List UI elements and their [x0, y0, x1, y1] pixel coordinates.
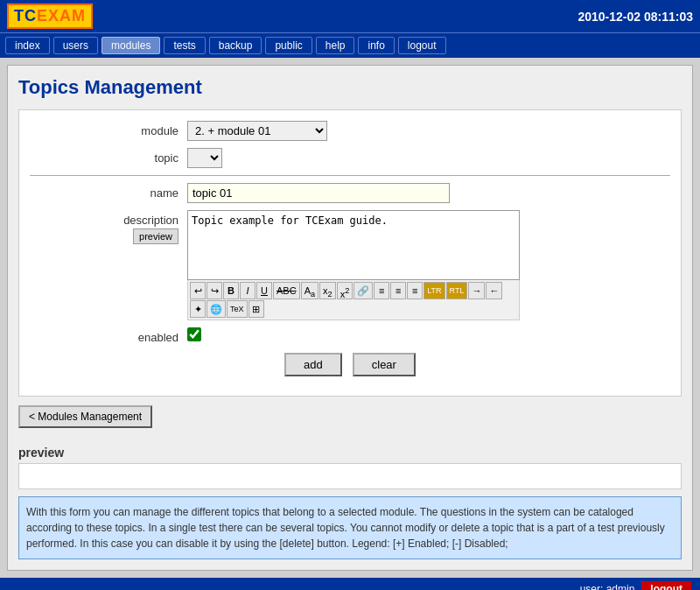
module-select[interactable]: 2. + module 01 — [187, 121, 327, 141]
toolbar-rtl[interactable]: RTL — [446, 282, 468, 299]
name-row: name — [30, 183, 670, 203]
toolbar-bold[interactable]: B — [223, 282, 239, 299]
preview-section: preview — [18, 446, 682, 489]
toolbar-tex[interactable]: TeX — [227, 300, 248, 318]
toolbar-special[interactable]: ✦ — [190, 300, 206, 318]
nav-bar: index users modules tests backup public … — [0, 32, 700, 58]
toolbar-subscript[interactable]: x2 — [319, 282, 336, 299]
toolbar-emoji[interactable]: 🌐 — [206, 300, 226, 318]
topic-control — [187, 148, 670, 168]
description-label-container: description preview — [30, 210, 187, 244]
page-title: Topics Management — [18, 76, 682, 99]
description-control: Topic example for TCExam guide. ↩ ↪ B I … — [187, 210, 670, 320]
topic-select[interactable] — [187, 148, 222, 168]
nav-users[interactable]: users — [53, 37, 98, 54]
nav-backup[interactable]: backup — [209, 37, 262, 54]
description-textarea[interactable]: Topic example for TCExam guide. — [187, 210, 520, 280]
enabled-checkbox[interactable] — [187, 327, 201, 341]
description-label: description — [30, 214, 178, 227]
description-row: description preview Topic example for TC… — [30, 210, 670, 320]
toolbar-fontsize[interactable]: Aa — [301, 282, 318, 299]
nav-index[interactable]: index — [5, 37, 50, 54]
info-box: With this form you can manage the differ… — [18, 496, 682, 559]
module-row: module 2. + module 01 — [30, 121, 670, 141]
name-control — [187, 183, 670, 203]
name-input[interactable] — [187, 183, 450, 203]
toolbar-ltr[interactable]: LTR — [424, 282, 444, 299]
toolbar-underline[interactable]: U — [256, 282, 272, 299]
nav-public[interactable]: public — [265, 37, 312, 54]
module-control: 2. + module 01 — [187, 121, 670, 141]
form-section: module 2. + module 01 topic name — [18, 109, 682, 397]
toolbar-strikethrough[interactable]: ABC — [273, 282, 300, 299]
form-divider — [30, 175, 670, 176]
module-label: module — [30, 121, 187, 137]
toolbar-table[interactable]: ⊞ — [248, 300, 264, 318]
nav-help[interactable]: help — [316, 37, 355, 54]
footer-user: user: admin — [580, 583, 635, 590]
action-buttons: add clear — [30, 353, 670, 376]
toolbar-ol[interactable]: ≡ — [374, 282, 389, 299]
nav-modules[interactable]: modules — [102, 37, 160, 54]
enabled-label: enabled — [30, 327, 187, 344]
toolbar-superscript[interactable]: x2 — [337, 282, 354, 299]
logo-exam: EXAM — [37, 7, 86, 25]
logo-tc: TC — [14, 7, 37, 25]
preview-box — [18, 463, 682, 489]
topic-row: topic — [30, 148, 670, 168]
toolbar-undo[interactable]: ↩ — [190, 282, 206, 299]
nav-logout[interactable]: logout — [398, 37, 446, 54]
add-button[interactable]: add — [284, 353, 342, 376]
editor-toolbar: ↩ ↪ B I U ABC Aa x2 x2 🔗 ≡ ≡ ≡ LTR RTL → — [187, 280, 520, 320]
toolbar-italic[interactable]: I — [240, 282, 256, 299]
toolbar-ul[interactable]: ≡ — [390, 282, 406, 299]
toolbar-indent-left[interactable]: ← — [486, 282, 502, 299]
toolbar-indent[interactable]: ≡ — [407, 282, 423, 299]
nav-tests[interactable]: tests — [164, 37, 205, 54]
toolbar-link[interactable]: 🔗 — [354, 282, 373, 299]
preview-title: preview — [18, 446, 682, 460]
topic-label: topic — [30, 148, 187, 165]
footer-logout-button[interactable]: logout — [641, 581, 691, 590]
name-label: name — [30, 183, 187, 200]
back-button[interactable]: < Modules Management — [18, 405, 152, 428]
header-datetime: 2010-12-02 08:11:03 — [578, 10, 693, 24]
toolbar-redo[interactable]: ↪ — [206, 282, 222, 299]
toolbar-indent-right[interactable]: → — [468, 282, 485, 299]
logo: TCEXAM — [7, 4, 93, 29]
nav-info[interactable]: info — [358, 37, 394, 54]
enabled-control — [187, 327, 670, 344]
enabled-row: enabled — [30, 327, 670, 344]
main-content: Topics Management module 2. + module 01 … — [7, 65, 693, 571]
footer: user: admin logout — [0, 578, 700, 590]
header: TCEXAM 2010-12-02 08:11:03 — [0, 0, 700, 32]
preview-button[interactable]: preview — [133, 228, 178, 244]
clear-button[interactable]: clear — [353, 353, 416, 376]
